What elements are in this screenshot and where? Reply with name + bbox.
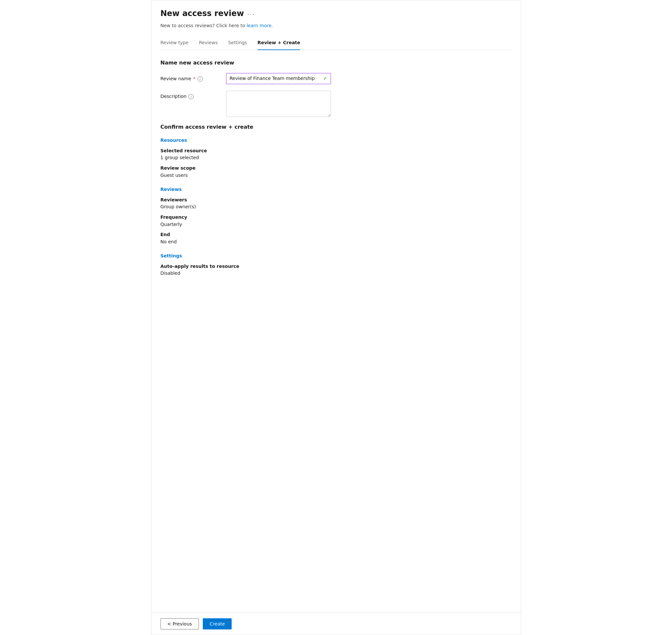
auto-apply-value: Disabled bbox=[161, 270, 512, 277]
main-content: New access review ··· New to access revi… bbox=[151, 0, 521, 613]
confirm-title: Confirm access review + create bbox=[161, 124, 512, 131]
description-info-icon[interactable]: i bbox=[188, 94, 194, 99]
end-item: End No end bbox=[161, 232, 512, 245]
info-text: New to access reviews? Click here to bbox=[161, 23, 245, 28]
auto-apply-label: Auto-apply results to resource bbox=[161, 263, 512, 270]
review-name-input[interactable]: Review of Finance Team membership ✓ bbox=[226, 73, 331, 84]
page-container: New access review ··· New to access revi… bbox=[151, 0, 521, 635]
resources-heading: Resources bbox=[161, 137, 512, 144]
auto-apply-item: Auto-apply results to resource Disabled bbox=[161, 263, 512, 277]
settings-heading: Settings bbox=[161, 253, 512, 259]
description-row: Description i bbox=[161, 91, 512, 117]
settings-section: Settings Auto-apply results to resource … bbox=[161, 253, 512, 277]
input-check-icon: ✓ bbox=[323, 75, 327, 82]
reviews-heading: Reviews bbox=[161, 187, 512, 193]
frequency-item: Frequency Quarterly bbox=[161, 214, 512, 227]
learn-more-link[interactable]: learn more. bbox=[246, 23, 273, 28]
reviewers-value: Group owner(s) bbox=[161, 204, 512, 210]
review-name-label: Review name * i bbox=[161, 73, 226, 82]
more-options-icon[interactable]: ··· bbox=[247, 10, 255, 18]
description-input[interactable] bbox=[226, 91, 331, 117]
page-title: New access review bbox=[161, 8, 244, 19]
end-label: End bbox=[161, 232, 512, 238]
tab-reviews[interactable]: Reviews bbox=[199, 37, 217, 50]
reviewers-label: Reviewers bbox=[161, 197, 512, 203]
create-button[interactable]: Create bbox=[203, 618, 232, 630]
description-label: Description i bbox=[161, 91, 226, 100]
selected-resource-value: 1 group selected bbox=[161, 155, 512, 161]
required-indicator: * bbox=[193, 75, 195, 82]
previous-button[interactable]: < Previous bbox=[161, 618, 199, 630]
review-name-info-icon[interactable]: i bbox=[197, 76, 203, 82]
confirm-section: Confirm access review + create Resources… bbox=[161, 124, 512, 277]
resources-section: Resources Selected resource 1 group sele… bbox=[161, 137, 512, 178]
selected-resource-label: Selected resource bbox=[161, 148, 512, 154]
tabs: Review type Reviews Settings Review + Cr… bbox=[161, 37, 512, 50]
tab-review-create[interactable]: Review + Create bbox=[257, 37, 300, 50]
page-header: New access review ··· bbox=[161, 8, 512, 19]
reviews-section: Reviews Reviewers Group owner(s) Frequen… bbox=[161, 187, 512, 245]
frequency-label: Frequency bbox=[161, 214, 512, 221]
footer: < Previous Create bbox=[151, 613, 521, 635]
name-section-title: Name new access review bbox=[161, 59, 512, 66]
review-scope-label: Review scope bbox=[161, 165, 512, 172]
tab-review-type[interactable]: Review type bbox=[161, 37, 189, 50]
tab-settings[interactable]: Settings bbox=[228, 37, 247, 50]
reviewers-item: Reviewers Group owner(s) bbox=[161, 197, 512, 210]
info-line: New to access reviews? Click here to lea… bbox=[161, 23, 512, 29]
review-scope-value: Guest users bbox=[161, 172, 512, 179]
end-value: No end bbox=[161, 239, 512, 245]
review-name-row: Review name * i Review of Finance Team m… bbox=[161, 73, 512, 84]
frequency-value: Quarterly bbox=[161, 221, 512, 228]
selected-resource-item: Selected resource 1 group selected bbox=[161, 148, 512, 161]
review-scope-item: Review scope Guest users bbox=[161, 165, 512, 178]
name-section: Name new access review Review name * i R… bbox=[161, 59, 512, 117]
